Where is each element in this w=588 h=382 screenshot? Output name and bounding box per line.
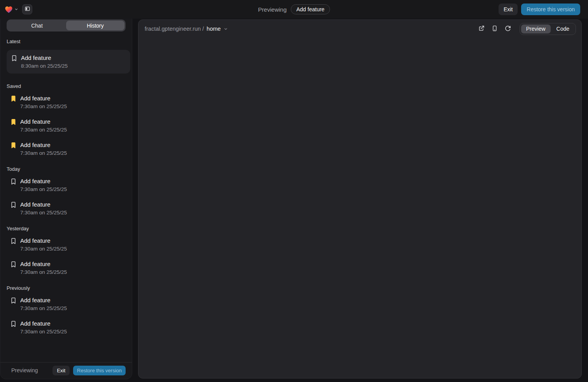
- version-badge[interactable]: Add feature: [291, 4, 330, 14]
- bookmark-outline-icon: [10, 202, 16, 208]
- url-selector[interactable]: fractal.gptengineer.run / home: [145, 26, 228, 32]
- footer-previewing-label: Previewing: [11, 367, 38, 373]
- view-toggle-code[interactable]: Code: [551, 25, 574, 33]
- url-route: home: [206, 26, 220, 32]
- history-item-timestamp: 8:30am on 25/25/25: [21, 63, 68, 69]
- previewing-label: Previewing: [258, 6, 287, 13]
- history-item[interactable]: Add feature 7:30am on 25/25/25: [7, 237, 130, 252]
- history-item-title: Add feature: [20, 237, 67, 244]
- history-item-timestamp: 7:30am on 25/25/25: [20, 328, 67, 335]
- history-item-title: Add feature: [20, 141, 67, 149]
- section-label: Previously: [7, 285, 130, 291]
- section-label: Latest: [7, 39, 130, 44]
- tab-history[interactable]: History: [66, 21, 124, 30]
- footer-exit-button[interactable]: Exit: [52, 366, 70, 375]
- history-item-timestamp: 7:30am on 25/25/25: [20, 186, 67, 193]
- chevron-down-icon: [224, 27, 228, 31]
- history-item[interactable]: Add feature 7:30am on 25/25/25: [7, 177, 130, 193]
- preview-panel-header: fractal.gptengineer.run / home: [138, 20, 581, 38]
- history-item-timestamp: 7:30am on 25/25/25: [20, 209, 67, 216]
- refresh-button[interactable]: [502, 23, 513, 34]
- history-item-title: Add feature: [20, 320, 67, 327]
- preview-panel: fractal.gptengineer.run / home: [138, 19, 582, 378]
- toggle-sidebar-button[interactable]: [22, 4, 32, 14]
- history-item[interactable]: Add feature 7:30am on 25/25/25: [7, 118, 130, 133]
- history-item-title: Add feature: [20, 95, 67, 102]
- history-item-timestamp: 7:30am on 25/25/25: [20, 269, 67, 275]
- bookmark-outline-icon: [10, 178, 16, 185]
- history-item-title: Add feature: [20, 201, 67, 208]
- history-item-timestamp: 7:30am on 25/25/25: [20, 126, 67, 133]
- history-item[interactable]: Add feature 8:30am on 25/25/25: [7, 50, 130, 74]
- section-label: Saved: [7, 83, 130, 89]
- topbar: Previewing Add feature Exit Restore this…: [0, 0, 588, 19]
- lovable-heart-logo-icon: [5, 6, 13, 13]
- history-item[interactable]: Add feature 7:30am on 25/25/25: [7, 320, 130, 335]
- bookmark-filled-icon: [10, 119, 16, 125]
- history-item-title: Add feature: [20, 118, 67, 125]
- bookmark-filled-icon: [10, 95, 16, 102]
- sidebar-tabs: ChatHistory: [7, 19, 126, 32]
- history-list[interactable]: Latest Add feature 8:30am on 25/25/25 Sa…: [0, 32, 132, 362]
- history-item-title: Add feature: [20, 177, 67, 185]
- sidebar-footer: Previewing Exit Restore this version: [0, 362, 132, 379]
- view-toggle: PreviewCode: [520, 23, 576, 35]
- chevron-down-icon: [14, 7, 18, 11]
- external-link-icon: [478, 25, 485, 33]
- history-item[interactable]: Add feature 7:30am on 25/25/25: [7, 260, 130, 275]
- history-item[interactable]: Add feature 7:30am on 25/25/25: [7, 201, 130, 216]
- view-toggle-preview[interactable]: Preview: [521, 25, 551, 33]
- footer-restore-version-button[interactable]: Restore this version: [73, 366, 126, 375]
- bookmark-outline-icon: [10, 321, 16, 327]
- mobile-view-button[interactable]: [489, 23, 500, 34]
- history-item[interactable]: Add feature 7:30am on 25/25/25: [7, 141, 130, 156]
- bookmark-filled-icon: [10, 142, 16, 149]
- tab-chat[interactable]: Chat: [8, 21, 66, 30]
- history-item-title: Add feature: [21, 54, 68, 61]
- bookmark-outline-icon: [10, 238, 16, 244]
- history-item-title: Add feature: [20, 260, 67, 268]
- history-item-timestamp: 7:30am on 25/25/25: [20, 150, 67, 156]
- history-item-timestamp: 7:30am on 25/25/25: [20, 305, 67, 312]
- history-item-title: Add feature: [20, 296, 67, 304]
- section-label: Today: [7, 166, 130, 172]
- exit-button[interactable]: Exit: [499, 4, 518, 15]
- history-item-timestamp: 7:30am on 25/25/25: [20, 245, 67, 252]
- refresh-icon: [505, 25, 511, 33]
- bookmark-outline-icon: [10, 297, 16, 304]
- sidebar-panel-icon: [24, 6, 30, 13]
- bookmark-outline-icon: [11, 55, 17, 61]
- history-item[interactable]: Add feature 7:30am on 25/25/25: [7, 95, 130, 110]
- restore-version-button[interactable]: Restore this version: [521, 4, 580, 15]
- workspace-menu[interactable]: [5, 6, 18, 13]
- smartphone-icon: [492, 25, 498, 33]
- section-label: Yesterday: [7, 226, 130, 231]
- history-sidebar: ChatHistory Latest Add feature 8:30am on…: [0, 19, 132, 379]
- history-item[interactable]: Add feature 7:30am on 25/25/25: [7, 296, 130, 312]
- open-in-new-tab-button[interactable]: [476, 23, 487, 34]
- bookmark-outline-icon: [10, 261, 16, 268]
- history-item-timestamp: 7:30am on 25/25/25: [20, 103, 67, 110]
- url-domain: fractal.gptengineer.run /: [145, 26, 204, 32]
